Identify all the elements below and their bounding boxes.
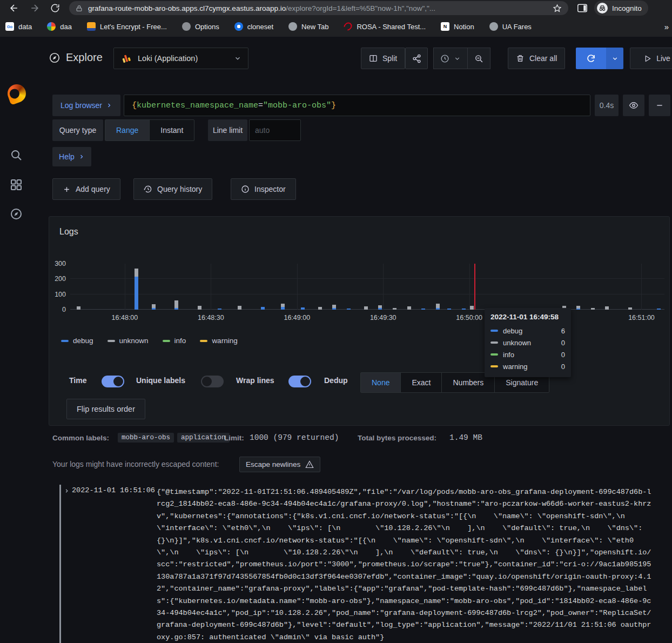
info-circle-icon (241, 185, 250, 193)
bookmark-item[interactable]: New Tab (288, 22, 328, 31)
live-button[interactable]: Live (630, 48, 672, 69)
datasource-picker[interactable]: Loki (Application) (113, 48, 248, 69)
zoom-out-icon (474, 54, 483, 63)
bookmark-label: daa (60, 23, 72, 31)
grafana-logo[interactable] (5, 82, 29, 105)
tooltip-swatch (490, 365, 498, 367)
legend-label: info (174, 337, 186, 345)
search-icon[interactable] (10, 149, 23, 162)
bookmarks-overflow-chevron[interactable]: » (664, 22, 669, 31)
refresh-icon (586, 53, 596, 63)
query-type-option-range[interactable]: Range (105, 120, 149, 140)
chevron-down-icon (234, 55, 241, 62)
bookmark-label: Options (195, 23, 219, 31)
bookmark-item[interactable]: Let's Encrypt - Free... (87, 22, 167, 31)
bookmark-label: Notion (454, 23, 474, 31)
add-query-button[interactable]: Add query (52, 178, 120, 200)
query-type-label-text: Query type (59, 126, 96, 135)
x-gridline (641, 264, 642, 310)
bookmark-item[interactable]: cloneset (234, 22, 273, 31)
common-labels-chips: mobb-aro-obsapplication (118, 433, 230, 443)
share-button[interactable] (405, 48, 428, 69)
legend-item-info[interactable]: info (163, 337, 186, 345)
legend-item-debug[interactable]: debug (61, 337, 93, 345)
split-button[interactable]: Split (361, 48, 405, 69)
logs-chart-plot[interactable] (70, 264, 664, 310)
log-line: 2","container_name":"grafana-proxy","lab… (157, 583, 669, 595)
dedup-option-none[interactable]: None (361, 373, 400, 392)
bookmark-item[interactable]: UA Fares (489, 22, 532, 31)
chart-bar-debug (421, 309, 425, 310)
x-gridline (469, 264, 470, 310)
limit-value: 1000 (979 returned) (250, 433, 339, 442)
y-tick-label: 300 (55, 260, 66, 267)
side-panel-button[interactable] (576, 2, 589, 15)
log-line: rcg2_1814bb02-eca8-486e-9c34-494b04ec4a1… (157, 498, 669, 510)
flip-results-order-button[interactable]: Flip results order (66, 399, 145, 419)
browser-forward-button[interactable] (28, 2, 41, 15)
dedup-label: Dedup (324, 376, 348, 385)
y-tick-label: 100 (55, 291, 66, 298)
tooltip-series-label: warning (503, 363, 561, 371)
log-line: scc":"restricted","prometheus.io/port":"… (157, 559, 669, 571)
x-gridline (297, 264, 298, 310)
common-label-chip: application (177, 433, 230, 443)
zoom-out-time-button[interactable] (468, 48, 490, 69)
address-bar[interactable]: grafana-route-mobb-aro-obs.apps.cl7cymgx… (69, 1, 568, 15)
back-arrow-icon (9, 3, 19, 14)
bookmark-item[interactable]: ROSA - Shared Test... (344, 23, 426, 31)
query-history-button[interactable]: Query history (133, 178, 212, 200)
tooltip-series-label: info (503, 351, 561, 359)
query-input[interactable]: {kubernetes_namespace_name="mobb-aro-obs… (124, 95, 590, 116)
chart-tooltip: 2022-11-01 16:49:58 debug6unknown0info0w… (485, 308, 571, 377)
log-line: v","kubernetes":{"annotations":{"k8s.v1.… (157, 511, 669, 523)
legend-item-warning[interactable]: warning (200, 337, 237, 345)
help-button[interactable]: Help (52, 147, 91, 166)
time-picker-button[interactable] (433, 48, 468, 69)
chart-bar-debug (301, 307, 305, 310)
dedup-option-exact[interactable]: Exact (400, 373, 441, 392)
run-query-button[interactable] (576, 48, 606, 69)
line-limit-input[interactable] (249, 119, 301, 141)
log-line: oxy.go:857: authenticated \"admin\" via … (157, 632, 669, 643)
time-toggle[interactable] (102, 376, 124, 387)
query-type-option-instant[interactable]: Instant (149, 120, 194, 140)
bookmark-star-icon[interactable] (553, 4, 562, 13)
chart-bar-unknown (174, 300, 178, 308)
browser-back-button[interactable] (8, 2, 21, 15)
chart-bar-unknown (591, 308, 595, 310)
tooltip-row-warning: warning0 (490, 360, 565, 372)
wrap-lines-toggle-label: Wrap lines (236, 376, 274, 385)
disable-query-button[interactable] (623, 95, 644, 116)
chart-bar-unknown (470, 306, 474, 310)
explore-compass-icon[interactable] (10, 207, 23, 220)
play-icon (643, 55, 651, 63)
bookmark-item[interactable]: NNotion (441, 22, 474, 31)
browser-reload-button[interactable] (49, 2, 62, 15)
bookmark-item[interactable]: Options (182, 22, 219, 31)
inspector-button[interactable]: Inspector (231, 178, 296, 200)
query-operator: = (258, 101, 263, 110)
dashboards-grid-icon[interactable] (10, 178, 23, 191)
chart-bar-unknown (77, 306, 80, 310)
log-line: {}\n}]","k8s.v1.cni.cncf.io/networks-sta… (157, 535, 669, 547)
incognito-label: Incognito (612, 4, 642, 12)
bookmark-item[interactable]: Godata (5, 22, 32, 31)
clear-all-button[interactable]: Clear all (508, 48, 565, 69)
log-expand-chevron[interactable] (64, 488, 70, 494)
bookmark-item[interactable]: daa (47, 22, 72, 31)
remove-query-button[interactable] (649, 95, 670, 116)
tooltip-rows: debug6unknown0info0warning0 (490, 325, 565, 372)
y-gridline (70, 278, 664, 279)
legend-item-unknown[interactable]: unknown (107, 337, 149, 345)
chart-bar-unknown (238, 306, 241, 310)
run-query-interval-dropdown[interactable] (606, 48, 623, 69)
x-tick-label: 16:48:30 (189, 314, 232, 322)
unique-labels-toggle[interactable] (201, 376, 224, 387)
query-label-value: "mobb-aro-obs" (263, 101, 331, 110)
tooltip-row-debug: debug6 (490, 325, 565, 337)
escape-newlines-button[interactable]: Escape newlines (239, 457, 320, 472)
log-browser-button[interactable]: Log browser (52, 95, 120, 116)
explore-title-compass-icon (49, 52, 61, 64)
wrap-lines-toggle[interactable] (288, 376, 311, 387)
